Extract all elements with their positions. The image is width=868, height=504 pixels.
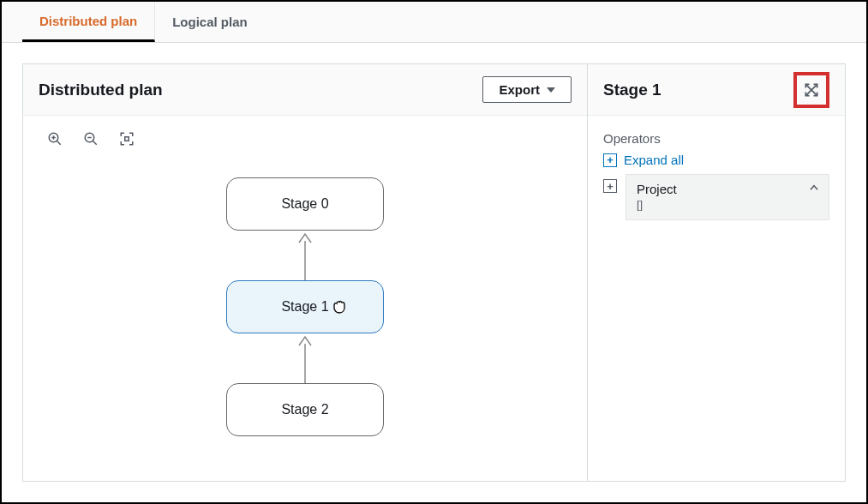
content-area: Distributed plan Export [2,43,866,502]
export-button-label: Export [499,82,540,97]
plan-graph: Stage 0 Stage 1 [226,177,384,436]
distributed-plan-panel: Distributed plan Export [22,63,588,482]
svg-line-5 [93,141,97,145]
plan-graph-canvas[interactable]: Stage 0 Stage 1 [23,116,587,481]
zoom-controls [47,131,135,147]
zoom-out-icon[interactable] [83,131,99,147]
fit-screen-icon[interactable] [119,131,135,147]
stage-node-2[interactable]: Stage 2 [226,383,384,436]
operator-row-project: + Project [] [603,174,829,220]
operator-name: Project [637,182,818,196]
operator-detail: [] [637,198,818,211]
left-panel-title: Distributed plan [39,81,163,99]
right-panel-header: Stage 1 [588,64,845,116]
operators-heading: Operators [603,131,829,146]
stage-node-0-label: Stage 0 [281,196,328,212]
stage-detail-body: Operators + Expand all + Project [] [588,116,845,481]
grab-cursor-icon [328,294,350,320]
zoom-in-icon[interactable] [47,131,63,147]
tab-distributed-plan[interactable]: Distributed plan [22,2,155,42]
expand-fullscreen-button[interactable] [793,72,829,108]
chevron-up-icon[interactable] [808,182,820,197]
plan-tabs: Distributed plan Logical plan [2,2,866,43]
stage-node-1-label: Stage 1 [281,299,328,315]
expand-all-plus-icon[interactable]: + [603,153,617,167]
svg-line-1 [57,141,61,145]
expand-arrows-icon [803,81,820,99]
stage-node-2-label: Stage 2 [281,402,328,417]
stage-detail-panel: Stage 1 Operators + [588,63,846,482]
right-panel-title: Stage 1 [603,81,661,99]
operator-expand-icon[interactable]: + [603,179,617,193]
edge-arrow-0-1 [296,231,314,280]
operators-section: Operators + Expand all + Project [] [588,116,845,220]
stage-node-0[interactable]: Stage 0 [226,177,384,231]
operator-card-project[interactable]: Project [] [626,174,829,220]
export-button[interactable]: Export [482,76,572,103]
expand-all-link[interactable]: Expand all [624,153,684,167]
tab-logical-plan[interactable]: Logical plan [155,2,265,42]
edge-arrow-1-2 [296,333,314,383]
svg-rect-7 [125,137,129,141]
left-panel-header: Distributed plan Export [23,64,587,116]
caret-down-icon [547,87,555,93]
stage-node-1[interactable]: Stage 1 [226,280,384,333]
expand-all-row: + Expand all [603,153,829,167]
